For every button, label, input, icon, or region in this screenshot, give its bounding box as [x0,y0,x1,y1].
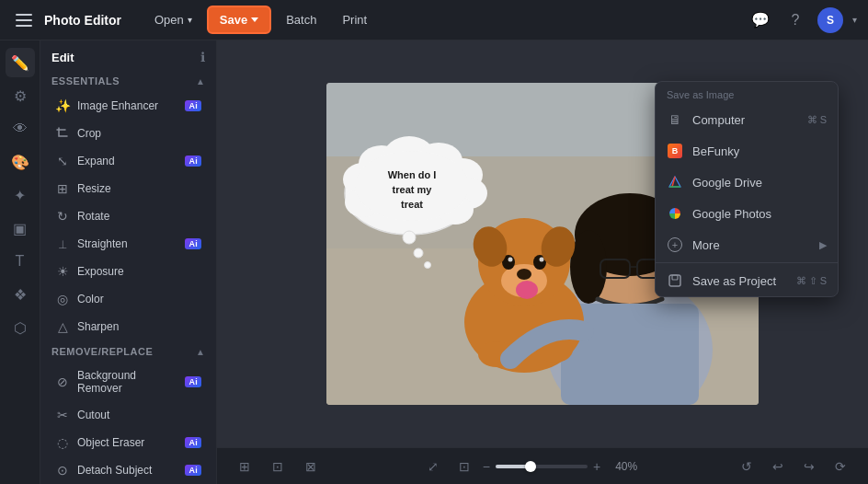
effects-tool-button[interactable]: 👁 [6,114,35,144]
save-gdrive-label: Google Drive [692,176,762,190]
save-computer-label: Computer [692,113,745,127]
save-as-project-shortcut: ⌘ ⇧ S [796,275,827,287]
canvas-area: When do I treat my treat ⊞ ⊡ ⊠ [217,40,868,484]
exposure-icon: ☀ [55,264,70,279]
icon-sidebar: ✏️ ⚙ 👁 🎨 ✦ ▣ T ❖ ⬡ [0,40,40,484]
svg-rect-44 [669,275,680,286]
tool-crop-label: Crop [77,127,201,140]
save-computer-shortcut: ⌘ S [807,114,827,126]
save-as-image-label: Save as Image [656,82,838,104]
tool-image-enhancer[interactable]: ✨ Image Enhancer Ai [44,92,212,120]
info-icon[interactable]: ℹ [200,50,205,64]
tool-straighten[interactable]: ⟂ Straighten Ai [44,230,212,258]
text-icon: T [16,253,25,270]
tool-background-remover-label: Background Remover [77,369,177,395]
tool-expand[interactable]: ⤡ Expand Ai [44,147,212,175]
remove-replace-section-header[interactable]: Remove/Replace ▲ [40,340,216,363]
dropdown-overlay[interactable]: Save as Image 🖥 Computer ⌘ S B BeFunky [217,81,868,484]
avatar[interactable]: S [817,7,843,33]
app-title: Photo Editor [44,13,121,28]
topbar: Photo Editor Open ▾ Save Batch Print 💬 ?… [0,0,868,40]
sliders-icon: ⚙ [14,87,27,105]
retouch-tool-button[interactable]: ✦ [6,180,35,210]
save-befunky-label: BeFunky [692,144,739,158]
main-content: ✏️ ⚙ 👁 🎨 ✦ ▣ T ❖ ⬡ Edit ℹ [0,40,868,484]
background-remover-icon: ⊘ [55,375,70,389]
save-befunky-item[interactable]: B BeFunky [656,135,838,167]
straighten-icon: ⟂ [55,236,70,251]
ai-badge: Ai [185,100,201,111]
frames-icon: ▣ [13,220,27,237]
paint-icon: 🎨 [11,154,29,171]
adjust-tool-button[interactable]: ⚙ [6,81,35,110]
tool-color[interactable]: ◎ Color [44,285,212,313]
open-button[interactable]: Open ▾ [143,7,203,32]
rotate-icon: ↻ [55,209,70,224]
batch-button[interactable]: Batch [275,7,327,32]
dropdown-divider [656,262,838,263]
straighten-ai-badge: Ai [185,238,201,249]
avatar-chevron-icon[interactable]: ▾ [852,15,857,25]
tool-sharpen[interactable]: △ Sharpen [44,313,212,340]
topbar-nav: Open ▾ Save Batch Print [143,6,748,34]
save-project-icon [667,272,683,289]
resize-icon: ⊞ [55,181,70,196]
paint-tool-button[interactable]: 🎨 [6,147,35,177]
gphotos-icon [667,205,683,222]
detach-subject-icon: ⊙ [55,463,70,478]
tool-image-enhancer-label: Image Enhancer [77,99,177,112]
sticker-tool-button[interactable]: ⬡ [6,313,35,342]
save-gphotos-item[interactable]: Google Photos [656,198,838,229]
open-chevron-icon: ▾ [188,15,192,25]
tool-exposure-label: Exposure [77,265,201,278]
tool-detach-subject[interactable]: ⊙ Detach Subject Ai [44,456,212,484]
remove-replace-chevron-icon: ▲ [196,347,205,357]
graphics-icon: ❖ [14,286,27,304]
effects-icon: 👁 [13,121,28,137]
object-eraser-ai-badge: Ai [185,437,201,448]
essentials-section-title: Essentials [51,75,120,86]
print-button[interactable]: Print [331,7,378,32]
tool-resize[interactable]: ⊞ Resize [44,175,212,202]
topbar-right: 💬 ? S ▾ [748,7,857,33]
computer-icon: 🖥 [667,111,683,128]
save-more-item[interactable]: + More ▶ [656,229,838,260]
topbar-brand: Photo Editor [11,7,121,33]
tool-object-eraser[interactable]: ◌ Object Eraser Ai [44,429,212,456]
tool-cutout[interactable]: ✂ Cutout [44,401,212,429]
tool-background-remover[interactable]: ⊘ Background Remover Ai [44,363,212,401]
save-gphotos-label: Google Photos [692,207,771,221]
tool-exposure[interactable]: ☀ Exposure [44,258,212,285]
expand-icon: ⤡ [55,154,70,168]
essentials-section-header[interactable]: Essentials ▲ [40,70,216,92]
tool-detach-subject-label: Detach Subject [77,464,177,477]
frames-tool-button[interactable]: ▣ [6,213,35,243]
save-more-label: More [692,238,720,252]
gdrive-icon [667,174,683,190]
bg-remover-ai-badge: Ai [185,376,201,387]
save-button[interactable]: Save [207,6,271,34]
chat-icon-button[interactable]: 💬 [748,7,773,33]
essentials-chevron-icon: ▲ [196,76,205,86]
save-as-project-item[interactable]: Save as Project ⌘ ⇧ S [656,265,838,296]
tool-cutout-label: Cutout [77,409,201,421]
save-computer-item[interactable]: 🖥 Computer ⌘ S [656,104,838,135]
text-tool-button[interactable]: T [6,247,35,276]
tool-rotate[interactable]: ↻ Rotate [44,202,212,230]
remove-replace-section-title: Remove/Replace [51,346,153,357]
help-icon-button[interactable]: ? [782,7,808,33]
crop-icon [55,126,70,141]
edit-icon: ✏️ [11,54,29,72]
retouch-icon: ✦ [14,187,26,204]
menu-icon-button[interactable] [11,7,37,33]
tool-rotate-label: Rotate [77,210,201,223]
tool-object-eraser-label: Object Eraser [77,436,177,449]
graphics-tool-button[interactable]: ❖ [6,280,35,309]
sticker-icon: ⬡ [14,319,27,337]
edit-tool-button[interactable]: ✏️ [6,48,35,77]
tool-crop[interactable]: Crop [44,120,212,147]
object-eraser-icon: ◌ [55,435,70,450]
tool-resize-label: Resize [77,182,201,195]
save-gdrive-item[interactable]: Google Drive [656,167,838,198]
image-enhancer-icon: ✨ [55,98,70,113]
